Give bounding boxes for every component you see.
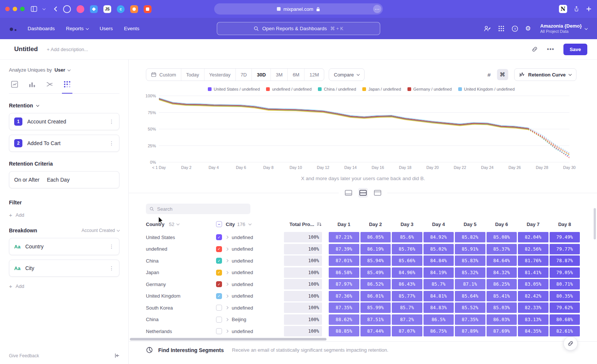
- report-title[interactable]: Untitled: [14, 46, 38, 53]
- day-cell[interactable]: 85.7%: [423, 279, 454, 289]
- day-cell[interactable]: 85.41%: [487, 291, 517, 301]
- expand-chevron-icon[interactable]: [225, 283, 228, 286]
- table-search[interactable]: [146, 204, 250, 214]
- breakdown-card-country[interactable]: Aa Country ⋮: [9, 238, 119, 255]
- back-icon[interactable]: [54, 6, 57, 12]
- url-bar[interactable]: mixpanel.com ⋯: [214, 3, 383, 15]
- day-cell[interactable]: 79.49%: [550, 232, 580, 242]
- day-cell[interactable]: 85.52%: [455, 302, 485, 313]
- view-table-button[interactable]: [373, 188, 382, 198]
- legend-item[interactable]: China / undefined: [318, 87, 356, 91]
- gear-icon[interactable]: ⚙: [525, 25, 531, 32]
- expand-chevron-icon[interactable]: [225, 247, 228, 250]
- day-cell[interactable]: 85.94%: [360, 255, 391, 266]
- day-cell[interactable]: 85.32%: [455, 267, 485, 278]
- country-cell[interactable]: undefined: [146, 244, 216, 254]
- day-cell[interactable]: 85.82%: [455, 232, 485, 242]
- legend-item[interactable]: Japan / undefined: [362, 87, 401, 91]
- expand-chevron-icon[interactable]: [225, 318, 228, 321]
- row-checkbox[interactable]: [216, 305, 222, 311]
- day-cell[interactable]: 84.96%: [392, 267, 422, 278]
- day-cell[interactable]: 84.81%: [423, 291, 454, 301]
- total-column-header[interactable]: Total Pro...: [284, 222, 322, 227]
- view-chart-button[interactable]: [344, 188, 353, 198]
- nav-dashboards[interactable]: Dashboards: [28, 26, 55, 31]
- day-cell[interactable]: 85.02%: [423, 244, 454, 254]
- day-cell[interactable]: 78.87%: [550, 255, 580, 266]
- help-icon[interactable]: ?: [512, 25, 518, 32]
- day-cell[interactable]: 84.83%: [423, 302, 454, 313]
- vertical-scrollbar[interactable]: [594, 208, 596, 239]
- row-checkbox[interactable]: ✓: [216, 246, 222, 252]
- range-custom[interactable]: Custom: [146, 69, 181, 81]
- legend-item[interactable]: United States / undefined: [208, 87, 260, 91]
- nav-users[interactable]: Users: [100, 26, 113, 31]
- target-extension-icon[interactable]: [63, 5, 71, 13]
- expand-chevron-icon[interactable]: [225, 306, 228, 309]
- legend-item[interactable]: United Kingdom / undefined: [458, 87, 515, 91]
- step-label[interactable]: Added To Cart: [27, 140, 60, 146]
- day-cell[interactable]: 87.2%: [392, 314, 422, 325]
- expand-chevron-icon[interactable]: [225, 271, 228, 274]
- step-card-2[interactable]: 2 Added To Cart ⋮: [9, 135, 119, 152]
- save-button[interactable]: Save: [563, 44, 587, 55]
- row-checkbox[interactable]: [216, 328, 222, 334]
- mixpanel-logo[interactable]: [10, 26, 16, 31]
- orange-extension-icon[interactable]: [130, 5, 138, 13]
- day-cell[interactable]: 87.39%: [329, 244, 359, 254]
- breakdown-label[interactable]: City: [25, 265, 34, 271]
- tab-flows[interactable]: [46, 80, 54, 88]
- table-search-input[interactable]: [157, 206, 247, 212]
- day-cell[interactable]: 85.66%: [392, 255, 422, 266]
- day-column-header[interactable]: Day 4: [423, 222, 454, 227]
- day-column-header[interactable]: Day 1: [329, 222, 359, 227]
- day-cell[interactable]: 81.76%: [518, 255, 548, 266]
- day-cell[interactable]: 84.35%: [518, 326, 548, 336]
- day-cell[interactable]: 86.05%: [360, 232, 391, 242]
- add-filter-button[interactable]: +Add: [9, 212, 119, 218]
- day-column-header[interactable]: Day 8: [550, 222, 580, 227]
- day-cell[interactable]: 80.35%: [550, 291, 580, 301]
- kebab-menu-icon[interactable]: ⋮: [109, 244, 114, 250]
- expand-chevron-icon[interactable]: [225, 259, 228, 262]
- day-cell[interactable]: 82.42%: [518, 291, 548, 301]
- range-3m[interactable]: 3M: [271, 69, 288, 81]
- day-cell[interactable]: 86.58%: [329, 267, 359, 278]
- expand-chevron-icon[interactable]: [225, 236, 228, 239]
- select-all-checkbox[interactable]: –: [216, 221, 222, 227]
- tab-funnels[interactable]: [28, 80, 36, 88]
- kebab-menu-icon[interactable]: ⋮: [109, 140, 114, 146]
- day-cell[interactable]: 80.68%: [550, 314, 580, 325]
- kebab-menu-icon[interactable]: ⋮: [109, 119, 114, 125]
- day-cell[interactable]: 84.84%: [423, 255, 454, 266]
- row-checkbox[interactable]: ✓: [216, 234, 222, 240]
- day-cell[interactable]: 86.03%: [487, 314, 517, 325]
- day-cell[interactable]: 87.51%: [360, 314, 391, 325]
- day-cell[interactable]: 87.36%: [329, 291, 359, 301]
- apps-grid-icon[interactable]: [498, 25, 504, 32]
- global-search[interactable]: Open Reports & Dashboards ⌘ + K: [217, 22, 380, 35]
- country-cell[interactable]: United States: [146, 232, 216, 242]
- criteria-on-or-after[interactable]: On or After: [14, 177, 40, 183]
- day-cell[interactable]: 81.41%: [518, 267, 548, 278]
- day-cell[interactable]: 87.89%: [455, 326, 485, 336]
- range-6m[interactable]: 6M: [288, 69, 304, 81]
- share-link-fab[interactable]: [563, 336, 578, 351]
- country-column-header[interactable]: Country52: [146, 222, 216, 227]
- day-cell[interactable]: 79.77%: [550, 244, 580, 254]
- country-cell[interactable]: Japan: [146, 267, 216, 278]
- day-cell[interactable]: 87.69%: [487, 326, 517, 336]
- annotations-button[interactable]: #: [484, 69, 495, 80]
- retention-section-title[interactable]: Retention: [9, 103, 119, 109]
- range-yesterday[interactable]: Yesterday: [204, 69, 236, 81]
- day-column-header[interactable]: Day 2: [360, 222, 391, 227]
- c-extension-icon[interactable]: c: [117, 5, 125, 13]
- day-cell[interactable]: 83.05%: [518, 279, 548, 289]
- day-cell[interactable]: 87.35%: [329, 302, 359, 313]
- breakdown-scope-dropdown[interactable]: Account Created: [82, 228, 119, 233]
- day-cell[interactable]: 84.92%: [423, 232, 454, 242]
- compare-button[interactable]: Compare: [329, 68, 365, 81]
- more-options-icon[interactable]: •••: [547, 46, 554, 53]
- range-12m[interactable]: 12M: [304, 69, 323, 81]
- day-cell[interactable]: 87.01%: [329, 255, 359, 266]
